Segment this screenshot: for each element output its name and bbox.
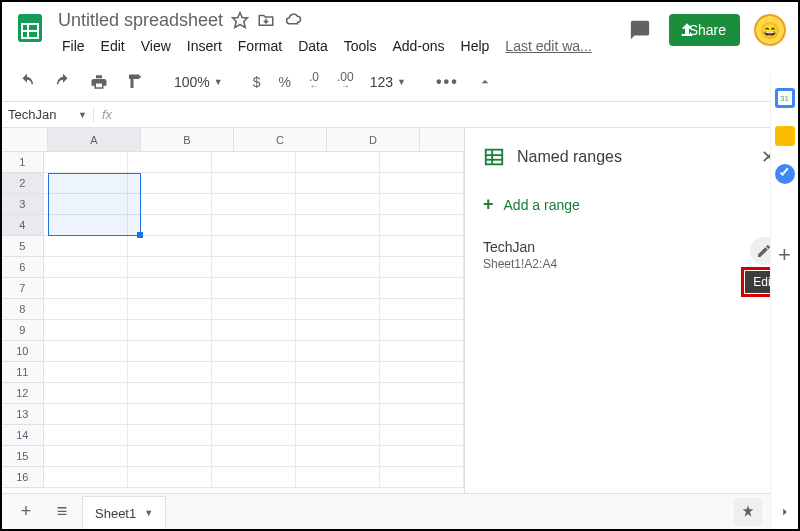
cell[interactable] bbox=[296, 215, 380, 236]
cell[interactable] bbox=[296, 341, 380, 362]
decrease-decimal-button[interactable]: .0← bbox=[303, 69, 325, 94]
cell[interactable] bbox=[128, 362, 212, 383]
cell[interactable] bbox=[128, 320, 212, 341]
column-header[interactable]: D bbox=[327, 128, 420, 151]
row-header[interactable]: 16 bbox=[2, 467, 44, 488]
cell[interactable] bbox=[44, 425, 128, 446]
cell[interactable] bbox=[212, 173, 296, 194]
cell[interactable] bbox=[212, 236, 296, 257]
keep-addon-icon[interactable] bbox=[775, 126, 795, 146]
cell[interactable] bbox=[296, 362, 380, 383]
currency-button[interactable]: $ bbox=[247, 70, 267, 94]
percent-button[interactable]: % bbox=[273, 70, 297, 94]
hide-rail-button[interactable] bbox=[778, 505, 792, 519]
cell[interactable] bbox=[380, 194, 464, 215]
cell[interactable] bbox=[212, 362, 296, 383]
zoom-dropdown[interactable]: 100%▼ bbox=[170, 70, 227, 94]
column-header[interactable]: C bbox=[234, 128, 327, 151]
increase-decimal-button[interactable]: .00→ bbox=[331, 69, 360, 94]
column-header[interactable]: A bbox=[48, 128, 141, 151]
cell[interactable] bbox=[212, 194, 296, 215]
cell[interactable] bbox=[380, 173, 464, 194]
explore-button[interactable] bbox=[734, 498, 762, 526]
menu-insert[interactable]: Insert bbox=[181, 34, 228, 58]
row-header[interactable]: 5 bbox=[2, 236, 44, 257]
account-avatar[interactable]: 😄 bbox=[754, 14, 786, 46]
menu-tools[interactable]: Tools bbox=[338, 34, 383, 58]
document-title[interactable]: Untitled spreadsheet bbox=[58, 10, 223, 31]
menu-edit[interactable]: Edit bbox=[95, 34, 131, 58]
cell[interactable] bbox=[128, 173, 212, 194]
cell[interactable] bbox=[44, 215, 128, 236]
cell[interactable] bbox=[380, 152, 464, 173]
calendar-addon-icon[interactable] bbox=[775, 88, 795, 108]
cell[interactable] bbox=[44, 404, 128, 425]
cell[interactable] bbox=[212, 425, 296, 446]
cell[interactable] bbox=[212, 152, 296, 173]
select-all-corner[interactable] bbox=[2, 128, 48, 151]
add-sheet-button[interactable]: + bbox=[10, 498, 42, 526]
cell[interactable] bbox=[380, 404, 464, 425]
cell[interactable] bbox=[128, 236, 212, 257]
cell[interactable] bbox=[380, 215, 464, 236]
spreadsheet-grid[interactable]: A B C D 12345678910111213141516 bbox=[2, 128, 465, 525]
menu-view[interactable]: View bbox=[135, 34, 177, 58]
cell[interactable] bbox=[212, 404, 296, 425]
sheets-logo[interactable] bbox=[10, 8, 50, 48]
row-header[interactable]: 11 bbox=[2, 362, 44, 383]
cell[interactable] bbox=[128, 194, 212, 215]
cell[interactable] bbox=[44, 320, 128, 341]
star-icon[interactable] bbox=[231, 11, 249, 29]
comments-button[interactable] bbox=[625, 15, 655, 45]
name-box[interactable]: TechJan ▼ bbox=[2, 107, 94, 122]
menu-addons[interactable]: Add-ons bbox=[386, 34, 450, 58]
more-toolbar-button[interactable]: ••• bbox=[430, 69, 465, 95]
cell[interactable] bbox=[380, 299, 464, 320]
cell[interactable] bbox=[212, 320, 296, 341]
cell[interactable] bbox=[380, 425, 464, 446]
cell[interactable] bbox=[44, 194, 128, 215]
cell[interactable] bbox=[44, 257, 128, 278]
cell[interactable] bbox=[128, 425, 212, 446]
cell[interactable] bbox=[128, 152, 212, 173]
cell[interactable] bbox=[380, 320, 464, 341]
cell[interactable] bbox=[380, 236, 464, 257]
cell[interactable] bbox=[380, 383, 464, 404]
row-header[interactable]: 12 bbox=[2, 383, 44, 404]
add-range-button[interactable]: + Add a range bbox=[465, 184, 798, 231]
get-addons-button[interactable]: + bbox=[778, 242, 791, 268]
print-button[interactable] bbox=[84, 69, 114, 95]
cell[interactable] bbox=[44, 236, 128, 257]
paint-format-button[interactable] bbox=[120, 69, 150, 95]
cell[interactable] bbox=[128, 299, 212, 320]
tasks-addon-icon[interactable] bbox=[775, 164, 795, 184]
row-header[interactable]: 7 bbox=[2, 278, 44, 299]
number-format-dropdown[interactable]: 123▼ bbox=[366, 70, 410, 94]
cell[interactable] bbox=[44, 341, 128, 362]
cell[interactable] bbox=[296, 299, 380, 320]
share-button[interactable]: Share bbox=[669, 14, 740, 46]
menu-file[interactable]: File bbox=[56, 34, 91, 58]
cell[interactable] bbox=[380, 257, 464, 278]
row-header[interactable]: 8 bbox=[2, 299, 44, 320]
row-header[interactable]: 14 bbox=[2, 425, 44, 446]
row-header[interactable]: 4 bbox=[2, 215, 44, 236]
cell[interactable] bbox=[128, 215, 212, 236]
cell[interactable] bbox=[380, 341, 464, 362]
menu-format[interactable]: Format bbox=[232, 34, 288, 58]
row-header[interactable]: 3 bbox=[2, 194, 44, 215]
cell[interactable] bbox=[128, 341, 212, 362]
cell[interactable] bbox=[44, 383, 128, 404]
menu-data[interactable]: Data bbox=[292, 34, 334, 58]
cell[interactable] bbox=[380, 467, 464, 488]
last-edit-link[interactable]: Last edit wa... bbox=[499, 34, 597, 58]
cell[interactable] bbox=[296, 257, 380, 278]
undo-button[interactable] bbox=[12, 69, 42, 95]
cell[interactable] bbox=[128, 467, 212, 488]
row-header[interactable]: 6 bbox=[2, 257, 44, 278]
cloud-status-icon[interactable] bbox=[283, 11, 303, 29]
collapse-toolbar-button[interactable] bbox=[471, 70, 499, 94]
menu-help[interactable]: Help bbox=[455, 34, 496, 58]
row-header[interactable]: 10 bbox=[2, 341, 44, 362]
redo-button[interactable] bbox=[48, 69, 78, 95]
